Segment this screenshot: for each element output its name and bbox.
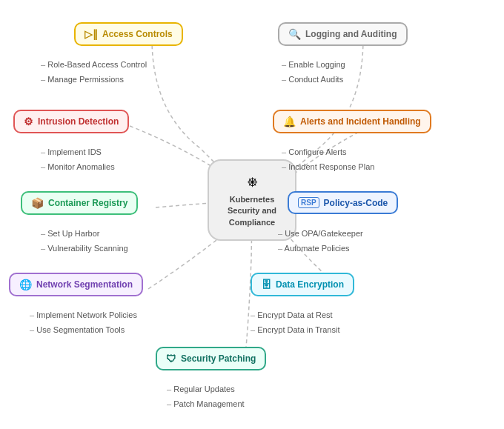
logging-auditing-label: Logging and Auditing <box>305 29 397 39</box>
patching-icon: 🛡 <box>166 353 176 365</box>
bullet-item: Conduct Audits <box>282 73 345 87</box>
network-segmentation-label: Network Segmentation <box>36 279 133 290</box>
network-icon: 🌐 <box>19 279 32 290</box>
bullet-item: Vulnerability Scanning <box>41 242 128 256</box>
intrusion-detection-box: ⚙ Intrusion Detection <box>13 110 129 133</box>
bullet-item: Implement IDS <box>41 145 115 160</box>
container-icon: 📦 <box>31 197 44 209</box>
container-registry-box: 📦 Container Registry <box>21 191 138 215</box>
access-controls-icon: ▷‖ <box>84 28 98 40</box>
bullet-item: Use Segmentation Tools <box>30 323 137 338</box>
bullet-item: Patch Management <box>167 397 245 412</box>
intrusion-icon: ⚙ <box>24 116 33 127</box>
container-registry-label: Container Registry <box>48 198 127 208</box>
alerts-icon: 🔔 <box>283 116 296 127</box>
bullet-item: Manage Permissions <box>41 73 147 87</box>
alerts-incident-box: 🔔 Alerts and Incident Handling <box>273 110 431 133</box>
access-controls-bullets: Role-Based Access Control Manage Permiss… <box>41 58 147 87</box>
bullet-item: Monitor Anomalies <box>41 160 115 175</box>
logging-auditing-bullets: Enable Logging Conduct Audits <box>282 58 345 87</box>
data-encryption-label: Data Encryption <box>276 279 344 290</box>
access-controls-box: ▷‖ Access Controls <box>74 22 183 46</box>
policy-as-code-box: RSP Policy-as-Code <box>288 191 398 214</box>
encryption-icon: 🗄 <box>261 279 271 290</box>
security-patching-label: Security Patching <box>181 353 256 364</box>
policy-icon: RSP <box>298 197 319 208</box>
center-label: KubernetesSecurity andCompliance <box>228 194 276 228</box>
bullet-item: Use OPA/Gatekeeper <box>278 227 363 242</box>
data-encryption-box: 🗄 Data Encryption <box>251 273 354 296</box>
mind-map-diagram: ⎈ KubernetesSecurity andCompliance ▷‖ Ac… <box>0 0 504 429</box>
container-registry-bullets: Set Up Harbor Vulnerability Scanning <box>41 227 128 256</box>
network-segmentation-box: 🌐 Network Segmentation <box>9 273 143 296</box>
alerts-incident-bullets: Configure Alerts Incident Response Plan <box>282 145 374 175</box>
bullet-item: Automate Policies <box>278 242 363 256</box>
alerts-incident-label: Alerts and Incident Handling <box>300 116 421 127</box>
bullet-item: Implement Network Policies <box>30 308 137 323</box>
policy-as-code-label: Policy-as-Code <box>324 198 388 208</box>
bullet-item: Regular Updates <box>167 382 245 397</box>
logging-auditing-box: 🔍 Logging and Auditing <box>278 22 408 46</box>
bullet-item: Encrypt Data in Transit <box>251 323 339 338</box>
bullet-item: Set Up Harbor <box>41 227 128 242</box>
bullet-item: Configure Alerts <box>282 145 374 160</box>
data-encryption-bullets: Encrypt Data at Rest Encrypt Data in Tra… <box>251 308 339 338</box>
logging-icon: 🔍 <box>288 28 301 40</box>
intrusion-detection-label: Intrusion Detection <box>38 116 119 127</box>
bullet-item: Encrypt Data at Rest <box>251 308 339 323</box>
policy-as-code-bullets: Use OPA/Gatekeeper Automate Policies <box>278 227 363 256</box>
helm-icon: ⎈ <box>248 172 257 191</box>
network-segmentation-bullets: Implement Network Policies Use Segmentat… <box>30 308 137 338</box>
intrusion-detection-bullets: Implement IDS Monitor Anomalies <box>41 145 115 175</box>
access-controls-label: Access Controls <box>102 29 173 39</box>
security-patching-bullets: Regular Updates Patch Management <box>167 382 245 412</box>
bullet-item: Enable Logging <box>282 58 345 73</box>
security-patching-box: 🛡 Security Patching <box>156 347 266 370</box>
bullet-item: Role-Based Access Control <box>41 58 147 73</box>
bullet-item: Incident Response Plan <box>282 160 374 175</box>
